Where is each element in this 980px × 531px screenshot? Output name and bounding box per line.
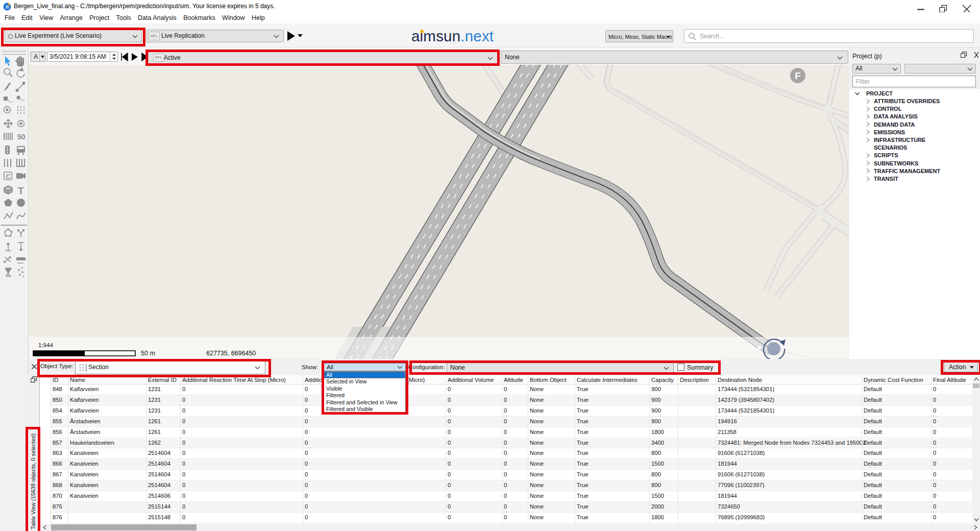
svg-text:F: F	[795, 70, 801, 81]
svg-text:50: 50	[17, 133, 26, 141]
svg-text:T: T	[18, 185, 24, 196]
svg-text:C: C	[6, 173, 11, 180]
